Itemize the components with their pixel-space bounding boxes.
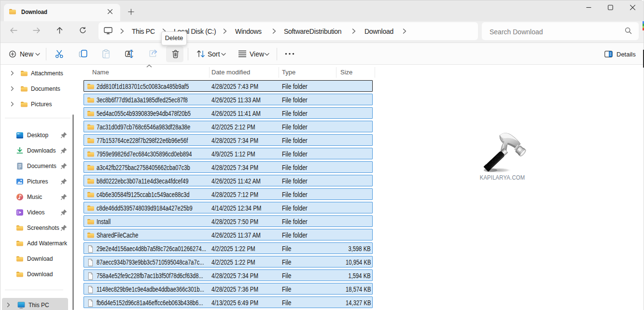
svg-text:A: A bbox=[127, 51, 130, 56]
